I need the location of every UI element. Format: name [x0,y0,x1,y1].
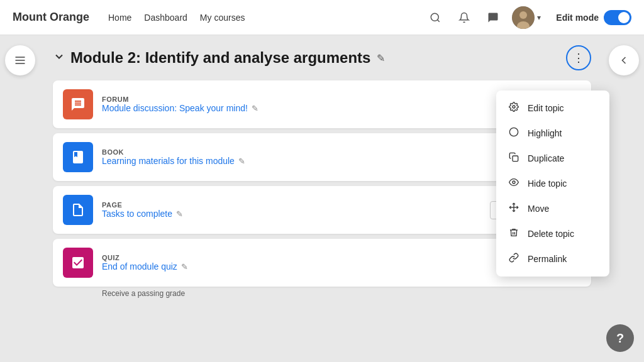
svg-point-9 [509,128,518,136]
dropdown-label-permalink: Permalink [528,254,567,264]
search-button[interactable] [425,8,445,28]
dropdown-item-hide-topic[interactable]: Hide topic [496,171,609,196]
circle-icon [509,127,519,137]
duplicate-icon [508,152,520,165]
avatar-chevron: ▾ [537,13,541,22]
nav-home[interactable]: Home [108,13,131,23]
hide-icon [508,177,520,190]
help-button[interactable]: ? [606,324,634,352]
quiz-info: QUIZ End of module quiz ✎ [102,254,487,272]
module-title: Module 2: Identify and analyse arguments [70,49,370,67]
module-header: Module 2: Identify and analyse arguments… [53,45,591,70]
dropdown-item-permalink[interactable]: Permalink [496,246,609,272]
duplicate-svg-icon [509,152,519,162]
page-type-label: PAGE [102,201,481,209]
nav-dashboard[interactable]: Dashboard [144,13,187,23]
bell-icon [458,12,470,23]
forum-icon [63,89,93,119]
eye-icon [509,177,519,187]
trash-icon [508,228,520,240]
dropdown-label-highlight: Highlight [528,128,562,138]
page-name[interactable]: Tasks to complete ✎ [102,209,481,219]
dropdown-label-hide-topic: Hide topic [528,178,567,189]
svg-rect-10 [513,156,518,162]
svg-point-3 [519,11,527,19]
dropdown-label-delete-topic: Delete topic [528,229,574,239]
nav-right-actions: ▾ Edit mode [425,6,631,29]
nav-my-courses[interactable]: My courses [200,13,245,23]
book-edit-pencil[interactable]: ✎ [238,156,245,166]
svg-point-8 [513,106,515,108]
user-avatar-wrapper[interactable]: ▾ [512,6,541,29]
svg-point-11 [513,181,515,184]
edit-mode-toggle-wrap: Edit mode [556,10,631,25]
gear-svg-icon [509,102,519,112]
dropdown-item-duplicate[interactable]: Duplicate [496,146,609,171]
chevron-down-icon [53,50,65,63]
main-content: Module 2: Identify and analyse arguments… [0,35,644,362]
search-icon [430,12,441,23]
quiz-name[interactable]: End of module quiz ✎ [102,261,487,272]
nav-links: Home Dashboard My courses [108,13,425,23]
svg-line-1 [438,19,440,21]
top-navigation: Mount Orange Home Dashboard My courses [0,0,644,35]
module-collapse-button[interactable] [53,50,65,66]
dropdown-label-edit-topic: Edit topic [528,103,564,113]
dropdown-label-move: Move [528,204,549,214]
passing-grade-note: Receive a passing grade [53,287,591,298]
quiz-edit-pencil[interactable]: ✎ [181,262,188,272]
chat-icon [487,12,499,23]
chat-button[interactable] [483,8,503,28]
link-icon [508,253,520,265]
dropdown-item-highlight[interactable]: Highlight [496,121,609,146]
edit-mode-label: Edit mode [556,13,599,23]
edit-mode-toggle[interactable] [604,10,631,25]
notifications-button[interactable] [454,8,474,28]
gear-icon [508,102,520,114]
page-edit-pencil[interactable]: ✎ [176,209,183,219]
avatar [512,6,535,29]
book-icon [63,142,93,172]
highlight-icon [508,127,520,140]
forum-svg-icon [70,97,86,112]
quiz-svg-icon [70,255,86,270]
page-icon [63,195,93,225]
dropdown-menu: Edit topic Highlight Duplicate [496,90,609,277]
dots-icon: ⋮ [573,51,584,65]
left-sidebar-toggle[interactable] [5,45,35,75]
move-svg-icon [509,202,519,212]
move-icon [508,202,520,215]
book-svg-icon [70,150,86,165]
dropdown-item-move[interactable]: Move [496,196,609,221]
dropdown-item-delete-topic[interactable]: Delete topic [496,221,609,246]
page-info: PAGE Tasks to complete ✎ [102,201,481,219]
page-svg-icon [70,202,86,217]
module-edit-button[interactable]: ✎ [377,52,385,64]
dropdown-label-duplicate: Duplicate [528,153,564,163]
brand-name: Mount Orange [13,11,89,24]
link-svg-icon [509,253,519,263]
module-options-button[interactable]: ⋮ [566,45,591,70]
menu-icon [14,54,26,67]
trash-svg-icon [509,228,519,238]
svg-point-0 [431,13,439,21]
dropdown-item-edit-topic[interactable]: Edit topic [496,96,609,121]
quiz-icon [63,248,93,278]
avatar-image [512,6,535,29]
quiz-type-label: QUIZ [102,254,487,261]
forum-edit-pencil[interactable]: ✎ [252,104,258,113]
chevron-left-icon [618,54,630,67]
right-sidebar-toggle[interactable] [609,45,639,75]
